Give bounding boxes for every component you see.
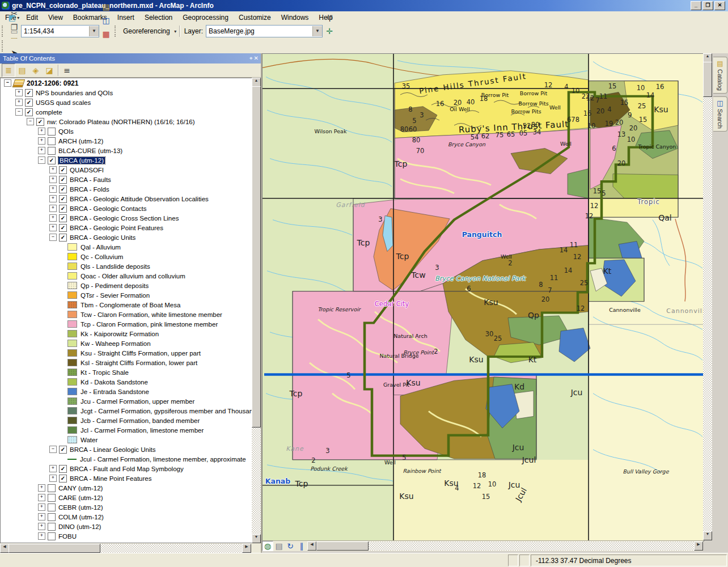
toc-row-label[interactable]: QTsr - Sevier Formation: [81, 292, 150, 299]
toc-row-label[interactable]: BRCA - Faults: [70, 176, 111, 183]
toc-row-label[interactable]: QUADSOFI: [70, 167, 104, 174]
expander-icon[interactable]: +: [49, 224, 57, 231]
legend-swatch[interactable]: [67, 426, 77, 434]
catalog-window-button[interactable]: ▤: [99, 0, 113, 14]
menu-item-edit[interactable]: Edit: [21, 12, 43, 23]
toc-row[interactable]: Je - Entrada Sandstone: [1, 387, 252, 396]
toc-row-label[interactable]: USGS quad scales: [36, 99, 91, 106]
toc-row[interactable]: Tcp - Claron Formation, pink limestone m…: [1, 319, 252, 329]
data-view-button[interactable]: ◍: [262, 541, 273, 551]
layer-checkbox[interactable]: ✓: [25, 108, 33, 116]
expander-icon[interactable]: +: [38, 494, 45, 501]
toc-row-label[interactable]: BRCA - Fault and Fold Map Symbology: [70, 466, 184, 472]
toc-row[interactable]: +✓BRCA - Faults: [1, 175, 252, 184]
layer-checkbox[interactable]: [48, 513, 56, 521]
toc-row[interactable]: Qoac - Older alluvium and colluvium: [1, 271, 252, 281]
map-view[interactable]: Pine Hills Thrust FaultRuby's Inn Thrust…: [262, 53, 704, 541]
toc-row[interactable]: Tbm - Conglomerate of Boat Mesa: [1, 300, 252, 310]
layer-checkbox[interactable]: ✓: [59, 185, 67, 193]
toc-row[interactable]: +✓BRCA - Geologic Cross Section Lines: [1, 213, 252, 223]
toc-row[interactable]: −✓BRCA (utm-12): [1, 155, 252, 165]
toc-row[interactable]: −✓BRCA - Linear Geologic Units: [1, 445, 252, 454]
toc-row-label[interactable]: QOIs: [58, 128, 74, 135]
legend-swatch[interactable]: [67, 359, 77, 366]
toc-row-label[interactable]: BRCA (utm-12): [58, 157, 105, 164]
toc-row[interactable]: +✓NPS boundaries and QOIs: [1, 88, 252, 98]
toc-row-label[interactable]: NPS boundaries and QOIs: [36, 90, 113, 96]
toolbar-grip[interactable]: [2, 40, 5, 52]
toc-row[interactable]: Qp - Pediment deposits: [1, 281, 252, 290]
toc-row[interactable]: Jcgt - Carmel Formation, gypsiferous mem…: [1, 406, 252, 416]
toc-row[interactable]: Ksl - Straight Cliffs Formation, lower p…: [1, 358, 252, 367]
toc-row-label[interactable]: BRCA - Folds: [70, 186, 109, 193]
toc-row[interactable]: +✓BRCA - Fault and Fold Map Symbology: [1, 464, 252, 473]
toc-vertical-scrollbar[interactable]: ▲ ▼: [252, 78, 261, 543]
layer-combo[interactable]: BaseMerge.jpg ▼: [206, 25, 323, 37]
expander-icon[interactable]: +: [38, 523, 45, 530]
expander-icon[interactable]: +: [38, 137, 45, 145]
toc-row-label[interactable]: CEBR (utm-12): [58, 504, 103, 511]
expander-icon[interactable]: +: [15, 99, 23, 106]
forward-button[interactable]: →: [7, 0, 21, 3]
toc-row[interactable]: −✓complete: [1, 107, 252, 117]
toc-tree[interactable]: −2012-1206: 0921+✓NPS boundaries and QOI…: [0, 78, 252, 543]
toc-row[interactable]: Water: [1, 435, 252, 445]
toc-row[interactable]: +DINO (utm-12): [1, 522, 252, 531]
toc-options-button[interactable]: ≡: [60, 64, 74, 77]
toc-row-label[interactable]: Qal - Alluvium: [81, 244, 121, 251]
legend-swatch[interactable]: [67, 243, 77, 251]
layer-checkbox[interactable]: ✓: [59, 446, 67, 454]
menu-item-insert[interactable]: Insert: [112, 12, 139, 23]
search-window-button[interactable]: ◫: [99, 14, 113, 27]
toc-row-label[interactable]: Kw - Waheep Formation: [81, 340, 151, 347]
layer-checkbox[interactable]: [48, 494, 56, 502]
layer-checkbox[interactable]: ✓: [59, 205, 67, 213]
toc-row[interactable]: Jcl - Carmel Formation, limestone member: [1, 425, 252, 435]
toolbar-grip[interactable]: [2, 26, 5, 37]
toc-row[interactable]: Jcb - Carmel Formation, banded member: [1, 416, 252, 425]
toc-row-label[interactable]: BRCA - Geologic Cross Section Lines: [70, 215, 179, 222]
toc-horizontal-scrollbar[interactable]: ◀ ▶: [0, 544, 251, 553]
expander-icon[interactable]: +: [38, 513, 45, 521]
menu-item-selection[interactable]: Selection: [139, 12, 177, 23]
toc-row-label[interactable]: Qls - Landslide deposits: [81, 263, 150, 270]
list-by-drawing-order-button[interactable]: ≣: [2, 64, 15, 77]
toc-row[interactable]: +✓BRCA - Mine Point Features: [1, 473, 252, 483]
toc-row[interactable]: Jcul - Carmel Formation, limestone membe…: [1, 454, 252, 464]
chevron-down-icon[interactable]: ▼: [16, 16, 20, 20]
toc-row-label[interactable]: Jcl - Carmel Formation, limestone member: [81, 427, 204, 434]
expander-icon[interactable]: +: [49, 166, 57, 174]
toc-row-label[interactable]: Tcw - Claron Formation, white limestone …: [81, 311, 222, 318]
expander-icon[interactable]: −: [4, 79, 11, 87]
toc-row[interactable]: +✓BRCA - Geologic Point Features: [1, 223, 252, 232]
toc-row-label[interactable]: Jcb - Carmel Formation, banded member: [81, 417, 200, 424]
expander-icon[interactable]: −: [49, 446, 57, 453]
legend-swatch[interactable]: [67, 330, 77, 337]
layer-checkbox[interactable]: ✓: [59, 224, 67, 232]
legend-swatch[interactable]: [67, 436, 77, 443]
layer-checkbox[interactable]: ✓: [25, 89, 33, 97]
legend-swatch[interactable]: [67, 272, 77, 280]
toc-row-label[interactable]: ARCH (utm-12): [58, 138, 103, 145]
toc-row[interactable]: Kd - Dakota Sandstone: [1, 377, 252, 387]
expander-icon[interactable]: +: [49, 475, 57, 482]
toc-row[interactable]: Kk - Kaiporowitz Formation: [1, 329, 252, 338]
legend-swatch[interactable]: [67, 263, 77, 270]
toc-row[interactable]: Kt - Tropic Shale: [1, 367, 252, 377]
toc-row[interactable]: +BLCA-CURE (utm-13): [1, 146, 252, 155]
menu-item-windows[interactable]: Windows: [276, 12, 314, 23]
layer-checkbox[interactable]: ✓: [25, 99, 33, 107]
toc-row-label[interactable]: nw: Colorado Plateau (NORTHERN) (16/16; …: [47, 119, 195, 125]
layer-checkbox[interactable]: [48, 484, 56, 492]
expander-icon[interactable]: +: [49, 185, 57, 193]
layer-checkbox[interactable]: ✓: [59, 166, 67, 174]
expander-icon[interactable]: +: [49, 465, 57, 472]
toc-row-label[interactable]: Qc - Colluvium: [81, 253, 123, 260]
toc-row-label[interactable]: Ksu - Straight Cliffs Formation, upper p…: [81, 350, 201, 357]
expander-icon[interactable]: −: [15, 108, 23, 116]
legend-swatch[interactable]: [67, 417, 77, 424]
toolbar-grip[interactable]: [115, 26, 118, 37]
expander-icon[interactable]: +: [15, 89, 23, 96]
layer-checkbox[interactable]: ✓: [48, 156, 56, 164]
expander-icon[interactable]: −: [27, 118, 34, 125]
